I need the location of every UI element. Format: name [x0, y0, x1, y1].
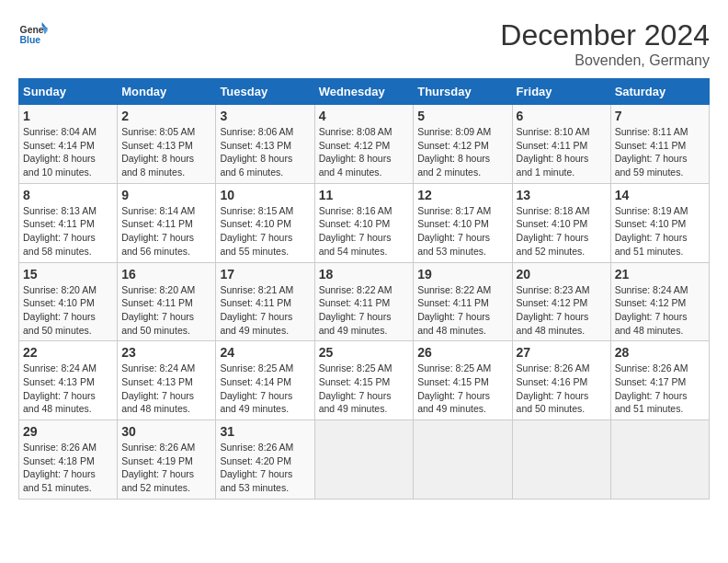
- cell-details: Sunrise: 8:21 AMSunset: 4:11 PMDaylight:…: [220, 283, 310, 338]
- calendar-week-row: 1Sunrise: 8:04 AMSunset: 4:14 PMDaylight…: [19, 105, 710, 184]
- sunset-text: Sunset: 4:10 PM: [23, 297, 95, 308]
- day-number: 4: [319, 109, 410, 123]
- header-sunday: Sunday: [19, 79, 118, 105]
- sunset-text: Sunset: 4:11 PM: [319, 297, 391, 308]
- cell-details: Sunrise: 8:22 AMSunset: 4:11 PMDaylight:…: [319, 283, 410, 338]
- sunrise-text: Sunrise: 8:24 AM: [615, 284, 688, 295]
- calendar-cell: 22Sunrise: 8:24 AMSunset: 4:13 PMDayligh…: [19, 341, 118, 420]
- day-number: 29: [23, 424, 113, 439]
- cell-details: Sunrise: 8:25 AMSunset: 4:15 PMDaylight:…: [319, 362, 410, 416]
- day-number: 10: [220, 188, 310, 202]
- calendar-cell: 20Sunrise: 8:23 AMSunset: 4:12 PMDayligh…: [512, 262, 610, 341]
- calendar-cell: [610, 420, 709, 500]
- cell-details: Sunrise: 8:24 AMSunset: 4:13 PMDaylight:…: [23, 362, 113, 416]
- calendar-cell: 28Sunrise: 8:26 AMSunset: 4:17 PMDayligh…: [610, 341, 709, 420]
- day-number: 21: [615, 267, 705, 282]
- calendar-cell: [314, 420, 414, 500]
- sunset-text: Sunset: 4:11 PM: [220, 297, 291, 308]
- day-number: 27: [517, 345, 607, 360]
- sunset-text: Sunset: 4:11 PM: [615, 140, 687, 151]
- sunset-text: Sunset: 4:13 PM: [121, 376, 193, 387]
- cell-details: Sunrise: 8:05 AMSunset: 4:13 PMDaylight:…: [121, 125, 211, 179]
- sunset-text: Sunset: 4:12 PM: [319, 140, 391, 151]
- daylight-text: Daylight: 8 hours and 1 minute.: [517, 153, 589, 178]
- calendar-table: SundayMondayTuesdayWednesdayThursdayFrid…: [18, 78, 710, 500]
- sunrise-text: Sunrise: 8:06 AM: [220, 126, 293, 137]
- svg-text:Blue: Blue: [20, 35, 41, 45]
- sunset-text: Sunset: 4:16 PM: [517, 376, 588, 387]
- sunset-text: Sunset: 4:10 PM: [615, 218, 687, 229]
- calendar-cell: 23Sunrise: 8:24 AMSunset: 4:13 PMDayligh…: [118, 341, 216, 420]
- calendar-cell: [414, 420, 512, 500]
- day-number: 8: [23, 188, 113, 202]
- cell-details: Sunrise: 8:25 AMSunset: 4:14 PMDaylight:…: [220, 362, 310, 416]
- cell-details: Sunrise: 8:20 AMSunset: 4:11 PMDaylight:…: [121, 283, 211, 338]
- cell-details: Sunrise: 8:13 AMSunset: 4:11 PMDaylight:…: [23, 204, 113, 259]
- sunrise-text: Sunrise: 8:24 AM: [23, 362, 97, 373]
- sunrise-text: Sunrise: 8:19 AM: [615, 205, 688, 216]
- sunrise-text: Sunrise: 8:04 AM: [23, 126, 97, 137]
- sunset-text: Sunset: 4:11 PM: [23, 218, 95, 229]
- header-wednesday: Wednesday: [314, 79, 414, 105]
- cell-details: Sunrise: 8:26 AMSunset: 4:20 PMDaylight:…: [220, 441, 310, 495]
- calendar-cell: 9Sunrise: 8:14 AMSunset: 4:11 PMDaylight…: [118, 183, 216, 262]
- sunset-text: Sunset: 4:12 PM: [615, 297, 687, 308]
- sunset-text: Sunset: 4:10 PM: [319, 218, 391, 229]
- cell-details: Sunrise: 8:23 AMSunset: 4:12 PMDaylight:…: [517, 283, 607, 338]
- daylight-text: Daylight: 7 hours and 48 minutes.: [615, 311, 688, 336]
- daylight-text: Daylight: 7 hours and 48 minutes.: [417, 311, 490, 336]
- sunrise-text: Sunrise: 8:08 AM: [319, 126, 392, 137]
- daylight-text: Daylight: 7 hours and 54 minutes.: [319, 232, 392, 257]
- cell-details: Sunrise: 8:14 AMSunset: 4:11 PMDaylight:…: [121, 204, 211, 259]
- sunset-text: Sunset: 4:14 PM: [23, 140, 95, 151]
- header-monday: Monday: [118, 79, 216, 105]
- calendar-week-row: 15Sunrise: 8:20 AMSunset: 4:10 PMDayligh…: [19, 262, 710, 341]
- sunrise-text: Sunrise: 8:26 AM: [517, 362, 590, 373]
- location-title: Bovenden, Germany: [500, 52, 710, 69]
- calendar-cell: 3Sunrise: 8:06 AMSunset: 4:13 PMDaylight…: [216, 105, 314, 184]
- sunrise-text: Sunrise: 8:20 AM: [121, 284, 195, 295]
- cell-details: Sunrise: 8:19 AMSunset: 4:10 PMDaylight:…: [615, 204, 705, 259]
- cell-details: Sunrise: 8:16 AMSunset: 4:10 PMDaylight:…: [319, 204, 410, 259]
- day-number: 12: [417, 188, 507, 202]
- page-header: General Blue December 2024 Bovenden, Ger…: [18, 18, 710, 69]
- sunrise-text: Sunrise: 8:26 AM: [23, 442, 97, 453]
- cell-details: Sunrise: 8:26 AMSunset: 4:16 PMDaylight:…: [517, 362, 607, 416]
- day-number: 31: [220, 424, 310, 439]
- cell-details: Sunrise: 8:17 AMSunset: 4:10 PMDaylight:…: [417, 204, 507, 259]
- header-tuesday: Tuesday: [216, 79, 314, 105]
- calendar-cell: 21Sunrise: 8:24 AMSunset: 4:12 PMDayligh…: [610, 262, 709, 341]
- calendar-cell: 7Sunrise: 8:11 AMSunset: 4:11 PMDaylight…: [610, 105, 709, 184]
- sunrise-text: Sunrise: 8:17 AM: [417, 205, 491, 216]
- day-number: 2: [121, 109, 211, 123]
- daylight-text: Daylight: 7 hours and 51 minutes.: [23, 468, 96, 493]
- sunrise-text: Sunrise: 8:26 AM: [615, 362, 688, 373]
- logo-icon: General Blue: [18, 18, 48, 48]
- calendar-cell: 27Sunrise: 8:26 AMSunset: 4:16 PMDayligh…: [512, 341, 610, 420]
- sunrise-text: Sunrise: 8:20 AM: [23, 284, 97, 295]
- daylight-text: Daylight: 7 hours and 48 minutes.: [121, 390, 194, 415]
- calendar-cell: 18Sunrise: 8:22 AMSunset: 4:11 PMDayligh…: [314, 262, 414, 341]
- day-number: 11: [319, 188, 410, 202]
- sunset-text: Sunset: 4:14 PM: [220, 376, 291, 387]
- sunset-text: Sunset: 4:15 PM: [319, 376, 391, 387]
- sunrise-text: Sunrise: 8:16 AM: [319, 205, 392, 216]
- cell-details: Sunrise: 8:24 AMSunset: 4:13 PMDaylight:…: [121, 362, 211, 416]
- sunset-text: Sunset: 4:18 PM: [23, 455, 95, 466]
- day-number: 22: [23, 345, 113, 360]
- day-number: 7: [615, 109, 705, 123]
- daylight-text: Daylight: 7 hours and 49 minutes.: [417, 390, 490, 415]
- day-number: 20: [517, 267, 607, 282]
- sunrise-text: Sunrise: 8:09 AM: [417, 126, 491, 137]
- day-number: 28: [615, 345, 705, 360]
- daylight-text: Daylight: 7 hours and 50 minutes.: [23, 311, 96, 336]
- cell-details: Sunrise: 8:25 AMSunset: 4:15 PMDaylight:…: [417, 362, 507, 416]
- cell-details: Sunrise: 8:26 AMSunset: 4:18 PMDaylight:…: [23, 441, 113, 495]
- day-number: 6: [517, 109, 607, 123]
- calendar-week-row: 29Sunrise: 8:26 AMSunset: 4:18 PMDayligh…: [19, 420, 710, 500]
- sunrise-text: Sunrise: 8:15 AM: [220, 205, 293, 216]
- daylight-text: Daylight: 7 hours and 52 minutes.: [121, 468, 194, 493]
- day-number: 14: [615, 188, 705, 202]
- cell-details: Sunrise: 8:18 AMSunset: 4:10 PMDaylight:…: [517, 204, 607, 259]
- sunset-text: Sunset: 4:20 PM: [220, 455, 291, 466]
